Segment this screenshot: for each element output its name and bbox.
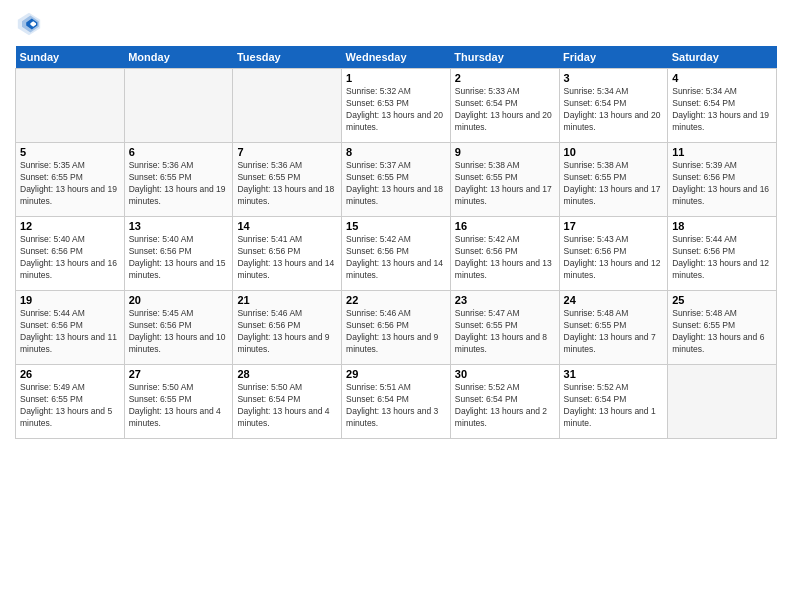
calendar-cell: 3Sunrise: 5:34 AMSunset: 6:54 PMDaylight… — [559, 69, 668, 143]
week-row-1: 1Sunrise: 5:32 AMSunset: 6:53 PMDaylight… — [16, 69, 777, 143]
day-number: 14 — [237, 220, 337, 232]
logo-icon — [15, 10, 43, 38]
day-info: Sunrise: 5:50 AMSunset: 6:54 PMDaylight:… — [237, 382, 337, 430]
week-row-5: 26Sunrise: 5:49 AMSunset: 6:55 PMDayligh… — [16, 365, 777, 439]
day-number: 20 — [129, 294, 229, 306]
day-info: Sunrise: 5:38 AMSunset: 6:55 PMDaylight:… — [564, 160, 664, 208]
day-number: 28 — [237, 368, 337, 380]
calendar-cell: 29Sunrise: 5:51 AMSunset: 6:54 PMDayligh… — [342, 365, 451, 439]
day-number: 29 — [346, 368, 446, 380]
day-number: 22 — [346, 294, 446, 306]
calendar-cell: 26Sunrise: 5:49 AMSunset: 6:55 PMDayligh… — [16, 365, 125, 439]
day-info: Sunrise: 5:52 AMSunset: 6:54 PMDaylight:… — [455, 382, 555, 430]
day-info: Sunrise: 5:35 AMSunset: 6:55 PMDaylight:… — [20, 160, 120, 208]
weekday-header-row: SundayMondayTuesdayWednesdayThursdayFrid… — [16, 46, 777, 69]
logo — [15, 10, 47, 38]
day-number: 7 — [237, 146, 337, 158]
day-number: 24 — [564, 294, 664, 306]
day-info: Sunrise: 5:48 AMSunset: 6:55 PMDaylight:… — [672, 308, 772, 356]
day-info: Sunrise: 5:50 AMSunset: 6:55 PMDaylight:… — [129, 382, 229, 430]
day-info: Sunrise: 5:40 AMSunset: 6:56 PMDaylight:… — [129, 234, 229, 282]
calendar-cell: 23Sunrise: 5:47 AMSunset: 6:55 PMDayligh… — [450, 291, 559, 365]
week-row-2: 5Sunrise: 5:35 AMSunset: 6:55 PMDaylight… — [16, 143, 777, 217]
day-info: Sunrise: 5:34 AMSunset: 6:54 PMDaylight:… — [672, 86, 772, 134]
header — [15, 10, 777, 38]
week-row-3: 12Sunrise: 5:40 AMSunset: 6:56 PMDayligh… — [16, 217, 777, 291]
day-info: Sunrise: 5:38 AMSunset: 6:55 PMDaylight:… — [455, 160, 555, 208]
day-number: 23 — [455, 294, 555, 306]
day-number: 26 — [20, 368, 120, 380]
day-info: Sunrise: 5:32 AMSunset: 6:53 PMDaylight:… — [346, 86, 446, 134]
calendar-cell — [668, 365, 777, 439]
calendar-cell: 16Sunrise: 5:42 AMSunset: 6:56 PMDayligh… — [450, 217, 559, 291]
day-number: 11 — [672, 146, 772, 158]
calendar-cell: 25Sunrise: 5:48 AMSunset: 6:55 PMDayligh… — [668, 291, 777, 365]
calendar-cell: 30Sunrise: 5:52 AMSunset: 6:54 PMDayligh… — [450, 365, 559, 439]
day-number: 25 — [672, 294, 772, 306]
day-number: 19 — [20, 294, 120, 306]
day-number: 31 — [564, 368, 664, 380]
day-info: Sunrise: 5:44 AMSunset: 6:56 PMDaylight:… — [672, 234, 772, 282]
day-info: Sunrise: 5:52 AMSunset: 6:54 PMDaylight:… — [564, 382, 664, 430]
weekday-sunday: Sunday — [16, 46, 125, 69]
day-info: Sunrise: 5:33 AMSunset: 6:54 PMDaylight:… — [455, 86, 555, 134]
day-number: 1 — [346, 72, 446, 84]
week-row-4: 19Sunrise: 5:44 AMSunset: 6:56 PMDayligh… — [16, 291, 777, 365]
calendar-cell: 7Sunrise: 5:36 AMSunset: 6:55 PMDaylight… — [233, 143, 342, 217]
day-info: Sunrise: 5:45 AMSunset: 6:56 PMDaylight:… — [129, 308, 229, 356]
weekday-monday: Monday — [124, 46, 233, 69]
day-number: 12 — [20, 220, 120, 232]
calendar-cell: 28Sunrise: 5:50 AMSunset: 6:54 PMDayligh… — [233, 365, 342, 439]
day-info: Sunrise: 5:40 AMSunset: 6:56 PMDaylight:… — [20, 234, 120, 282]
calendar-cell — [233, 69, 342, 143]
day-number: 10 — [564, 146, 664, 158]
day-number: 27 — [129, 368, 229, 380]
calendar-cell: 9Sunrise: 5:38 AMSunset: 6:55 PMDaylight… — [450, 143, 559, 217]
day-info: Sunrise: 5:49 AMSunset: 6:55 PMDaylight:… — [20, 382, 120, 430]
calendar-cell: 20Sunrise: 5:45 AMSunset: 6:56 PMDayligh… — [124, 291, 233, 365]
calendar-cell: 14Sunrise: 5:41 AMSunset: 6:56 PMDayligh… — [233, 217, 342, 291]
day-number: 3 — [564, 72, 664, 84]
calendar-cell: 8Sunrise: 5:37 AMSunset: 6:55 PMDaylight… — [342, 143, 451, 217]
calendar-cell: 6Sunrise: 5:36 AMSunset: 6:55 PMDaylight… — [124, 143, 233, 217]
day-info: Sunrise: 5:46 AMSunset: 6:56 PMDaylight:… — [237, 308, 337, 356]
calendar-cell: 12Sunrise: 5:40 AMSunset: 6:56 PMDayligh… — [16, 217, 125, 291]
day-number: 15 — [346, 220, 446, 232]
calendar-cell: 31Sunrise: 5:52 AMSunset: 6:54 PMDayligh… — [559, 365, 668, 439]
calendar-cell: 1Sunrise: 5:32 AMSunset: 6:53 PMDaylight… — [342, 69, 451, 143]
day-number: 6 — [129, 146, 229, 158]
day-info: Sunrise: 5:41 AMSunset: 6:56 PMDaylight:… — [237, 234, 337, 282]
day-number: 21 — [237, 294, 337, 306]
day-number: 4 — [672, 72, 772, 84]
day-number: 16 — [455, 220, 555, 232]
calendar-cell — [124, 69, 233, 143]
calendar-cell: 4Sunrise: 5:34 AMSunset: 6:54 PMDaylight… — [668, 69, 777, 143]
day-info: Sunrise: 5:47 AMSunset: 6:55 PMDaylight:… — [455, 308, 555, 356]
day-info: Sunrise: 5:34 AMSunset: 6:54 PMDaylight:… — [564, 86, 664, 134]
day-number: 5 — [20, 146, 120, 158]
day-info: Sunrise: 5:42 AMSunset: 6:56 PMDaylight:… — [346, 234, 446, 282]
day-info: Sunrise: 5:46 AMSunset: 6:56 PMDaylight:… — [346, 308, 446, 356]
weekday-tuesday: Tuesday — [233, 46, 342, 69]
day-info: Sunrise: 5:44 AMSunset: 6:56 PMDaylight:… — [20, 308, 120, 356]
day-info: Sunrise: 5:48 AMSunset: 6:55 PMDaylight:… — [564, 308, 664, 356]
day-number: 9 — [455, 146, 555, 158]
day-info: Sunrise: 5:36 AMSunset: 6:55 PMDaylight:… — [237, 160, 337, 208]
day-number: 8 — [346, 146, 446, 158]
day-number: 18 — [672, 220, 772, 232]
calendar-cell: 27Sunrise: 5:50 AMSunset: 6:55 PMDayligh… — [124, 365, 233, 439]
weekday-thursday: Thursday — [450, 46, 559, 69]
calendar-cell: 22Sunrise: 5:46 AMSunset: 6:56 PMDayligh… — [342, 291, 451, 365]
weekday-wednesday: Wednesday — [342, 46, 451, 69]
weekday-saturday: Saturday — [668, 46, 777, 69]
calendar-cell: 21Sunrise: 5:46 AMSunset: 6:56 PMDayligh… — [233, 291, 342, 365]
day-number: 2 — [455, 72, 555, 84]
calendar-cell: 11Sunrise: 5:39 AMSunset: 6:56 PMDayligh… — [668, 143, 777, 217]
calendar-cell: 18Sunrise: 5:44 AMSunset: 6:56 PMDayligh… — [668, 217, 777, 291]
day-number: 30 — [455, 368, 555, 380]
calendar-cell: 19Sunrise: 5:44 AMSunset: 6:56 PMDayligh… — [16, 291, 125, 365]
page: SundayMondayTuesdayWednesdayThursdayFrid… — [0, 0, 792, 612]
day-number: 17 — [564, 220, 664, 232]
calendar-cell: 10Sunrise: 5:38 AMSunset: 6:55 PMDayligh… — [559, 143, 668, 217]
calendar-cell: 13Sunrise: 5:40 AMSunset: 6:56 PMDayligh… — [124, 217, 233, 291]
